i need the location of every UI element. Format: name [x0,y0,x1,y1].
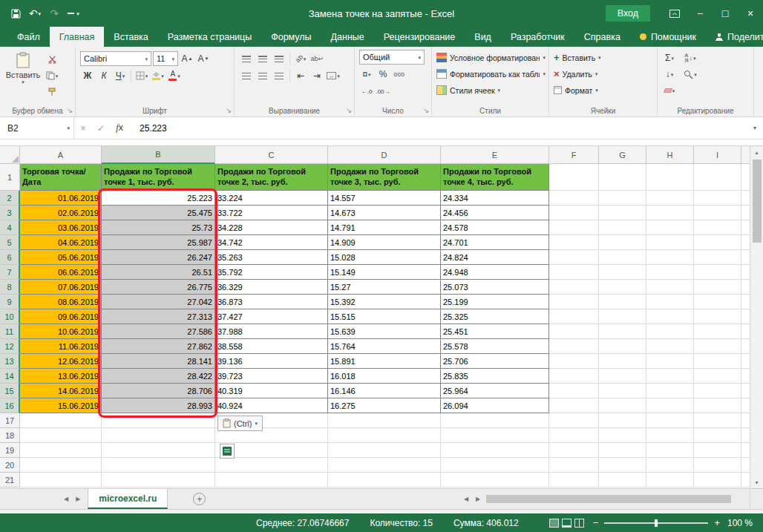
cell-H6[interactable] [646,250,694,265]
ribbon-tab-view[interactable]: Вид [465,27,501,47]
cell-F7[interactable] [549,265,599,280]
wrap-text-button[interactable]: ab↩ [310,51,324,66]
cell-C4[interactable]: 34.228 [215,220,328,235]
format-cells-button[interactable]: Формат ▾ [554,82,654,98]
cell-D10[interactable]: 15.515 [328,309,441,324]
number-format-select[interactable]: Общий▾ [359,50,425,65]
insert-function-button[interactable]: fx [110,122,129,134]
cell-G6[interactable] [599,250,646,265]
cell-I16[interactable] [694,398,741,413]
cell-B14[interactable]: 28.422 [102,369,215,384]
cell-E7[interactable]: 24.948 [441,265,549,280]
cell-C1[interactable]: Продажи по Торговой точке 2, тыс. руб. [215,164,328,191]
cell-I5[interactable] [694,235,741,250]
cell-I3[interactable] [694,206,741,220]
cell-B20[interactable] [102,458,215,473]
row-header-9[interactable]: 9 [0,295,20,309]
insert-cells-button[interactable]: + Вставить ▾ [554,50,654,65]
new-sheet-button[interactable]: + [193,493,206,505]
cell-B10[interactable]: 27.313 [102,309,215,324]
column-header-G[interactable]: G [599,146,646,164]
ribbon-tab-home[interactable]: Главная [50,27,105,47]
cell-G12[interactable] [599,339,646,354]
vertical-scrollbar[interactable]: ▲ ▼ [750,146,763,488]
cell-A1[interactable]: Торговая точка/ Дата [20,164,102,191]
cell-E1[interactable]: Продажи по Торговой точке 4, тыс. руб. [441,164,549,191]
cell-A4[interactable]: 03.06.2019 [20,220,102,235]
ribbon-tab-review[interactable]: Рецензирование [374,27,465,47]
decrease-indent-button[interactable]: ⇤ [293,68,308,83]
cell-A13[interactable]: 12.06.2019 [20,354,102,369]
cell-F12[interactable] [549,339,599,354]
cell-styles-button[interactable]: Стили ячеек ▾ [436,82,546,98]
ribbon-display-options-icon[interactable] [662,0,687,27]
cell-H8[interactable] [646,280,694,295]
sheet-tab-active[interactable]: microexcel.ru [88,489,168,509]
customize-qat-button[interactable]: ▾ [64,4,83,23]
cell-A9[interactable]: 08.06.2019 [20,295,102,309]
cell-H3[interactable] [646,206,694,220]
cell-F1[interactable] [549,164,599,191]
cell-D11[interactable]: 15.639 [328,324,441,339]
cell-B9[interactable]: 27.042 [102,295,215,309]
cell-B13[interactable]: 28.141 [102,354,215,369]
cell-F14[interactable] [549,369,599,384]
row-header-11[interactable]: 11 [0,324,20,339]
cell-E11[interactable]: 25.451 [441,324,549,339]
cell-G2[interactable] [599,191,646,206]
cell-E20[interactable] [441,458,549,473]
conditional-formatting-button[interactable]: Условное форматирование ▾ [436,50,546,65]
currency-format-button[interactable]: ¤▾ [359,67,374,82]
cell-I6[interactable] [694,250,741,265]
cell-G5[interactable] [599,235,646,250]
cell-H17[interactable] [646,413,694,428]
cell-G1[interactable] [599,164,646,191]
cell-H9[interactable] [646,295,694,309]
cell-F11[interactable] [549,324,599,339]
increase-decimal-button[interactable]: ←.0 [359,84,374,99]
cell-A5[interactable]: 04.06.2019 [20,235,102,250]
format-painter-button[interactable] [45,85,59,99]
column-header-H[interactable]: H [646,146,694,164]
formula-input[interactable]: 25.223 [140,123,747,134]
cell-E5[interactable]: 24.701 [441,235,549,250]
cell-I13[interactable] [694,354,741,369]
cell-F4[interactable] [549,220,599,235]
ribbon-tab-formulas[interactable]: Формулы [261,27,321,47]
cell-G20[interactable] [599,458,646,473]
cell-B4[interactable]: 25.73 [102,220,215,235]
redo-button[interactable]: ↷ [45,4,64,23]
scroll-down-icon[interactable]: ▼ [750,476,763,488]
cell-A14[interactable]: 13.06.2019 [20,369,102,384]
autosum-button[interactable]: Σ▾ [662,50,677,65]
cell-C5[interactable]: 34.742 [215,235,328,250]
zoom-out-button[interactable]: − [593,517,599,528]
cell-I10[interactable] [694,309,741,324]
cell-F19[interactable] [549,443,599,458]
cell-I15[interactable] [694,384,741,398]
cell-A6[interactable]: 05.06.2019 [20,250,102,265]
cell-E13[interactable]: 25.706 [441,354,549,369]
cell-H14[interactable] [646,369,694,384]
cell-H20[interactable] [646,458,694,473]
cell-E3[interactable]: 24.456 [441,206,549,220]
cell-H16[interactable] [646,398,694,413]
cell-A19[interactable] [20,443,102,458]
orientation-button[interactable]: ab▾ [293,51,308,66]
name-box[interactable]: B2 ▾ [0,117,74,139]
cell-E15[interactable]: 25.964 [441,384,549,398]
cell-D1[interactable]: Продажи по Торговой точке 3, тыс. руб. [328,164,441,191]
row-header-15[interactable]: 15 [0,384,20,398]
cell-D17[interactable] [328,413,441,428]
cell-E4[interactable]: 24.578 [441,220,549,235]
next-sheet-icon[interactable]: ▶ [76,496,80,502]
column-header-E[interactable]: E [441,146,549,164]
undo-button[interactable]: ↶▾ [25,4,45,23]
cell-A8[interactable]: 07.06.2019 [20,280,102,295]
scroll-left-icon[interactable]: ◀ [460,496,472,502]
cell-B21[interactable] [102,473,215,487]
cell-G10[interactable] [599,309,646,324]
cell-G13[interactable] [599,354,646,369]
cell-G9[interactable] [599,295,646,309]
row-header-3[interactable]: 3 [0,206,20,220]
